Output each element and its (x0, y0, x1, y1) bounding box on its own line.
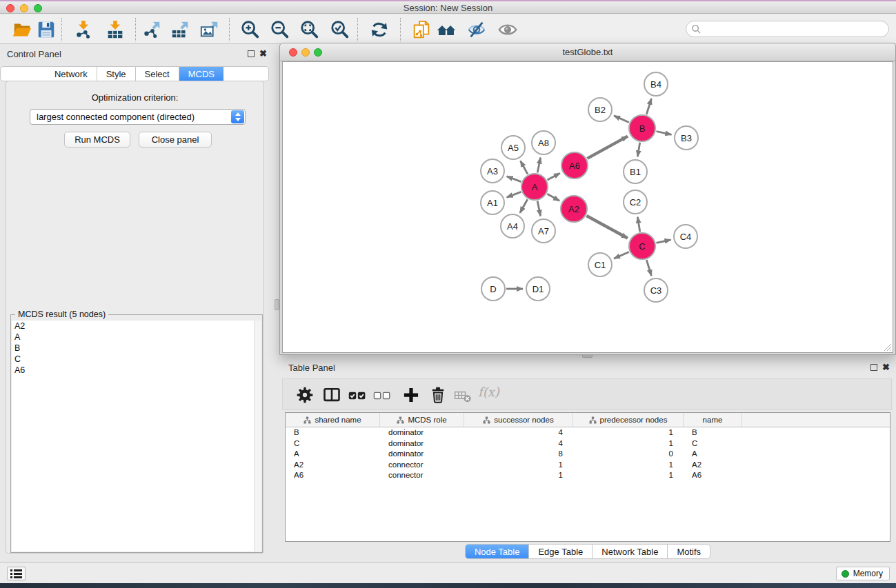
cell-predecessor-nodes[interactable]: 1 (573, 427, 684, 438)
graph-node-C1[interactable]: C1 (588, 253, 612, 276)
cell-predecessor-nodes[interactable]: 0 (573, 449, 684, 460)
graph-node-B3[interactable]: B3 (675, 126, 698, 150)
column-header-name[interactable]: name (684, 413, 742, 427)
run-mcds-button[interactable]: Run MCDS (64, 132, 130, 148)
split-columns-icon[interactable] (322, 385, 341, 405)
table-panel-float-button[interactable] (870, 364, 877, 371)
table-row[interactable]: Cdominator41C (286, 438, 890, 449)
graph-node-C[interactable]: C (629, 233, 655, 259)
graph-node-B[interactable]: B (629, 115, 655, 141)
graph-node-B4[interactable]: B4 (644, 72, 668, 96)
control-panel-close-button[interactable]: ✖ (259, 48, 267, 59)
edge-A-A5[interactable] (521, 161, 528, 174)
cell-shared-name[interactable]: B (286, 427, 380, 438)
cell-successor-nodes[interactable]: 1 (464, 470, 573, 481)
graph-node-A5[interactable]: A5 (501, 136, 525, 159)
edge-A2-C[interactable] (586, 216, 628, 238)
edge-A-A1[interactable] (507, 192, 521, 197)
table-row[interactable]: A2connector11A2 (286, 460, 890, 471)
result-scrollbar[interactable] (254, 321, 261, 551)
cell-name[interactable]: A2 (684, 460, 742, 471)
cell-MCDS-role[interactable]: connector (380, 460, 464, 471)
tab-network[interactable]: Network (46, 67, 97, 81)
cell-MCDS-role[interactable]: dominator (380, 427, 464, 438)
graph-node-A7[interactable]: A7 (532, 219, 555, 243)
edge-C-C1[interactable] (614, 252, 629, 259)
add-icon[interactable] (401, 385, 421, 405)
control-panel-float-button[interactable] (248, 50, 255, 57)
table-row[interactable]: Adominator80A (286, 449, 890, 460)
edge-B-B2[interactable] (614, 116, 629, 123)
cell-successor-nodes[interactable]: 8 (464, 449, 573, 460)
zoom-selected-icon[interactable] (330, 19, 350, 40)
list-item[interactable]: A2 (12, 321, 261, 332)
table-row[interactable]: A6connector11A6 (286, 470, 890, 481)
save-session-icon[interactable] (36, 19, 57, 40)
open-session-icon[interactable] (12, 19, 32, 40)
column-header-successor-nodes[interactable]: successor nodes (464, 413, 573, 427)
list-item[interactable]: B (12, 343, 261, 354)
graph-node-B1[interactable]: B1 (624, 160, 647, 183)
cell-successor-nodes[interactable]: 4 (464, 438, 573, 449)
unselect-all-columns-icon[interactable] (372, 385, 392, 405)
cell-name[interactable]: A (684, 449, 742, 460)
delete-table-icon[interactable] (453, 385, 472, 405)
mcds-result-list[interactable]: A2ABCA6 (12, 321, 261, 551)
column-header-predecessor-nodes[interactable]: predecessor nodes (573, 413, 684, 427)
cell-predecessor-nodes[interactable]: 1 (573, 438, 684, 449)
delete-icon[interactable] (428, 385, 448, 405)
edge-A-A4[interactable] (520, 199, 528, 213)
zoom-in-icon[interactable] (240, 19, 261, 40)
optimization-criterion-select[interactable]: largest connected component (directed) (30, 109, 246, 125)
cell-MCDS-role[interactable]: dominator (380, 438, 464, 449)
tab-edge-table[interactable]: Edge Table (528, 545, 592, 558)
edge-B-B4[interactable] (646, 99, 651, 114)
show-graphics-icon[interactable] (497, 19, 518, 40)
graph-node-C2[interactable]: C2 (624, 190, 647, 214)
network-window-titlebar[interactable]: testGlobe.txt (280, 43, 895, 61)
network-graph[interactable]: B4B2BB3A8A5A6A3B1AA1C2A2A4A7C4CC1C3DD1 (283, 62, 894, 354)
select-all-columns-icon[interactable] (348, 385, 367, 405)
tab-style[interactable]: Style (97, 67, 135, 81)
close-panel-button[interactable]: Close panel (139, 132, 212, 148)
table-row[interactable]: Bdominator41B (286, 427, 890, 438)
search-input[interactable] (704, 22, 884, 36)
edge-A-A3[interactable] (507, 176, 521, 182)
column-header-MCDS-role[interactable]: MCDS role (380, 413, 464, 427)
tab-mcds[interactable]: MCDS (179, 67, 223, 81)
edge-A6-B[interactable] (587, 136, 628, 159)
memory-button[interactable]: Memory (836, 567, 890, 580)
edge-A-A7[interactable] (537, 201, 540, 216)
export-image-icon[interactable] (199, 19, 220, 40)
tab-node-table[interactable]: Node Table (466, 545, 529, 558)
vertical-splitter-grip[interactable] (275, 299, 279, 310)
cell-name[interactable]: C (684, 438, 742, 449)
graph-node-B2[interactable]: B2 (588, 98, 612, 121)
refresh-icon[interactable] (369, 19, 390, 40)
cell-name[interactable]: B (684, 427, 742, 438)
tab-select[interactable]: Select (135, 67, 179, 81)
edge-C-C4[interactable] (657, 240, 671, 243)
graph-node-D1[interactable]: D1 (526, 277, 550, 301)
graph-node-A6[interactable]: A6 (561, 152, 588, 179)
edge-B-B3[interactable] (657, 132, 672, 135)
list-item[interactable]: A6 (12, 365, 261, 376)
cell-shared-name[interactable]: A (286, 449, 380, 460)
gear-icon[interactable] (295, 385, 315, 405)
network-copy-icon[interactable] (411, 19, 432, 40)
zoom-out-icon[interactable] (270, 19, 290, 40)
network-canvas[interactable]: B4B2BB3A8A5A6A3B1AA1C2A2A4A7C4CC1C3DD1 (282, 61, 893, 353)
import-table-icon[interactable] (105, 19, 126, 40)
list-item[interactable]: C (12, 354, 261, 365)
tab-network-table[interactable]: Network Table (592, 545, 667, 558)
cell-successor-nodes[interactable]: 1 (464, 460, 573, 471)
edge-B-B1[interactable] (637, 143, 639, 157)
cell-shared-name[interactable]: A6 (286, 470, 380, 481)
search-field[interactable] (686, 21, 889, 37)
edge-C-C2[interactable] (637, 217, 639, 232)
column-header-shared-name[interactable]: shared name (286, 413, 380, 427)
cell-shared-name[interactable]: A2 (286, 460, 380, 471)
tab-motifs[interactable]: Motifs (667, 545, 710, 558)
cell-predecessor-nodes[interactable]: 1 (573, 460, 684, 471)
graph-node-C4[interactable]: C4 (674, 225, 697, 248)
